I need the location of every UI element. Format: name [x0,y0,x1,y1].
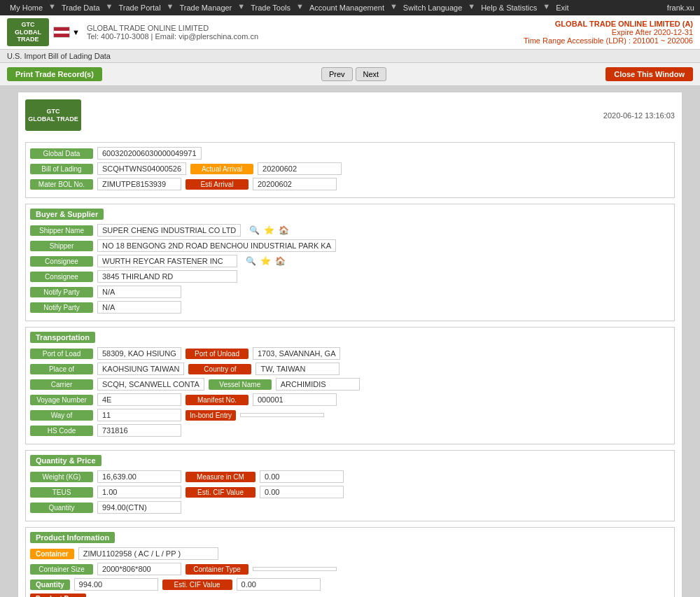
logo-area: GTCGLOBAL TRADE ▼ [7,18,80,46]
port-of-load-label: Port of Load [30,349,93,359]
voyage-number-value: 4E [97,393,181,406]
nav-trademanager[interactable]: Trade Manager [175,2,236,13]
product-desc-badge: Product Desc [30,594,86,597]
consignee-addr-row: Consignee 3845 THIRLAND RD [30,270,670,283]
notify-party-value: N/A [97,286,181,298]
notify-party-row: Notify Party N/A [30,286,670,298]
product-info-section: Product Information Container ZIMU110295… [25,527,675,597]
buyer-supplier-title: Buyer & Supplier [30,209,104,220]
place-of-row: Place of KAOHSIUNG TAIWAN Country of TW,… [30,363,670,375]
shipper-label: Shipper [30,241,93,251]
weight-value: 16,639.00 [97,470,181,483]
consignee-home-icon[interactable]: 🏠 [274,255,286,267]
sub-header-title: U.S. Import Bill of Lading Data [7,52,111,60]
vessel-name-label: Vessel Name [209,379,272,390]
record-logo-text: GTCGLOBAL TRADE [28,108,78,123]
home-icon[interactable]: 🏠 [277,224,290,237]
record-logo-box: GTCGLOBAL TRADE [25,99,81,131]
star-icon[interactable]: ⭐ [262,224,275,237]
product-quantity-badge: Quantity [30,580,70,590]
nav-helpstatistics[interactable]: Help & Statistics [477,2,541,13]
container-type-label: Container Type [186,564,248,575]
consignee-search-icon[interactable]: 🔍 [244,255,257,267]
next-button-top[interactable]: Next [356,67,387,81]
way-of-value: 11 [97,409,181,421]
teus-label: TEUS [30,487,93,498]
shipper-name-row: Shipper Name SUPER CHENG INDUSTRIAL CO L… [30,224,670,237]
expire-info: Expire After 2020-12-31 [524,28,693,36]
close-button-top[interactable]: Close This Window [606,67,693,81]
product-quantity-value: 994.00 [74,578,158,591]
consignee-label: Consignee [30,256,93,267]
company-name: GLOBAL TRADE ONLINE LIMITED [87,24,258,32]
global-data-label: Global Data [30,148,93,159]
page-header: GTCGLOBAL TRADE ▼ GLOBAL TRADE ONLINE LI… [0,15,700,50]
record-datetime: 2020-06-12 13:16:03 [603,111,675,120]
nav-myhome[interactable]: My Home [6,2,47,13]
shipper-name-value: SUPER CHENG INDUSTRIAL CO LTD [97,224,241,237]
consignee-value: WURTH REYCAR FASTENER INC [97,255,237,267]
in-bond-entry-label: In-bond Entry [186,410,236,421]
carrier-value: SCQH, SCANWELL CONTA [97,378,204,391]
bill-of-lading-label: Bill of Lading [30,164,93,174]
port-load-row: Port of Load 58309, KAO HSIUNG Port of U… [30,347,670,360]
header-left: GTCGLOBAL TRADE ▼ GLOBAL TRADE ONLINE LI… [7,18,258,46]
mater-bol-row: Mater BOL No. ZIMUTPE8153939 Esti Arriva… [30,178,670,190]
way-of-row: Way of 11 In-bond Entry [30,409,670,421]
container-size-label: Container Size [30,564,93,575]
place-of-value: KAOHSIUNG TAIWAN [97,363,184,375]
product-esti-cif-value: 0.00 [237,578,321,591]
search-icon[interactable]: 🔍 [248,224,260,237]
top-toolbar: Print Trade Record(s) Prev Next Close Th… [0,63,700,86]
actual-arrival-label: Actual Arrival [190,164,253,174]
navigation-buttons-top: Prev Next [321,67,386,81]
quantity-price-section: Quantity & Price Weight (KG) 16,639.00 M… [25,450,675,521]
notify-party2-label: Notify Party [30,302,93,313]
shipper-name-icons: 🔍 ⭐ 🏠 [248,224,290,237]
port-of-load-value: 58309, KAO HSIUNG [97,347,181,360]
right-company: GLOBAL TRADE ONLINE LIMITED (A) [524,20,693,28]
voyage-number-label: Voyage Number [30,395,93,405]
prev-button-top[interactable]: Prev [321,67,353,81]
bol-row: Bill of Lading SCQHTWNS04000526 Actual A… [30,162,670,175]
teus-value: 1.00 [97,486,181,498]
consignee-row: Consignee WURTH REYCAR FASTENER INC 🔍 ⭐ … [30,255,670,267]
way-of-label: Way of [30,410,93,421]
weight-row: Weight (KG) 16,639.00 Measure in CM 0.00 [30,470,670,483]
quantity-label: Quantity [30,503,93,513]
container-badge: Container [30,549,74,559]
hs-code-value: 731816 [97,424,181,437]
nav-tradetools[interactable]: Trade Tools [246,2,295,13]
nav-switchlanguage[interactable]: Switch Language [399,2,466,13]
nav-tradeportal[interactable]: Trade Portal [114,2,164,13]
vessel-name-value: ARCHIMIDIS [276,378,360,391]
nav-exit[interactable]: Exit [552,2,573,13]
us-flag [53,27,70,38]
global-data-section: Global Data 6003202006030000049971 Bill … [25,142,675,198]
teus-row: TEUS 1.00 Esti. CIF Value 0.00 [30,486,670,498]
nav-accountmanagement[interactable]: Account Management [305,2,388,13]
container-value: ZIMU1102958 ( AC / L / PP ) [78,547,218,560]
consignee-addr-label: Consignee [30,272,93,282]
in-bond-entry-value [240,413,324,417]
quantity-price-title: Quantity & Price [30,455,102,466]
consignee-star-icon[interactable]: ⭐ [259,255,272,267]
place-of-label: Place of [30,364,93,374]
container-row: Container ZIMU1102958 ( AC / L / PP ) [30,547,670,560]
print-record-button-top[interactable]: Print Trade Record(s) [7,67,102,81]
nav-tradedata[interactable]: Trade Data [57,2,104,13]
notify-party-label: Notify Party [30,287,93,297]
flag-selector[interactable]: ▼ [53,27,80,38]
product-quantity-row: Quantity 994.00 Esti. CIF Value 0.00 [30,578,670,591]
carrier-row: Carrier SCQH, SCANWELL CONTA Vessel Name… [30,378,670,391]
country-of-label: Country of [188,364,251,374]
mater-bol-label: Mater BOL No. [30,179,93,190]
mater-bol-value: ZIMUTPE8153939 [97,178,181,190]
company-contact: Tel: 400-710-3008 | Email: vip@plerschin… [87,32,258,41]
manifest-no-value: 000001 [253,393,337,406]
container-type-value [253,567,337,571]
esti-arrival-value: 20200602 [253,178,337,190]
top-navigation: My Home ▼ Trade Data ▼ Trade Portal ▼ Tr… [0,0,700,15]
esti-cif-label: Esti. CIF Value [186,487,255,498]
global-data-value: 6003202006030000049971 [97,147,202,160]
